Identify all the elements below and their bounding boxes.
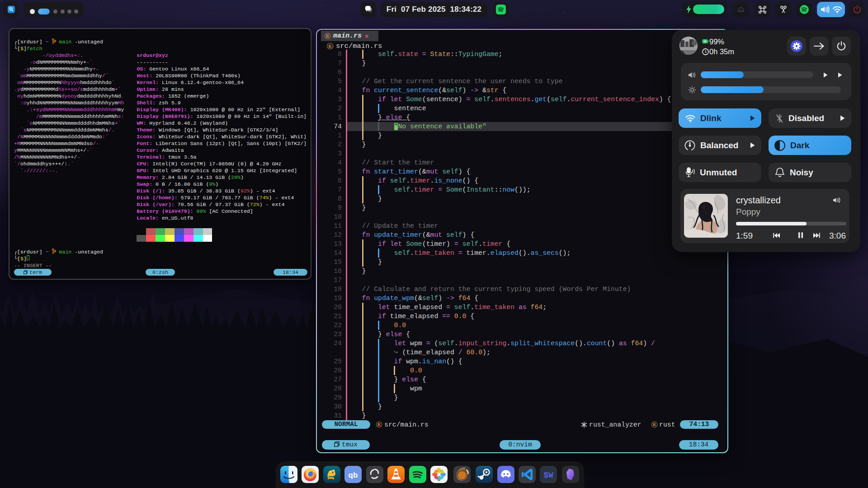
svg-text:qb: qb (349, 471, 358, 479)
svg-text:R: R (377, 422, 381, 427)
svg-text:R: R (328, 44, 332, 49)
svg-text:R: R (326, 34, 329, 38)
svg-text:$W: $W (543, 471, 553, 480)
svg-text:R: R (653, 422, 656, 427)
